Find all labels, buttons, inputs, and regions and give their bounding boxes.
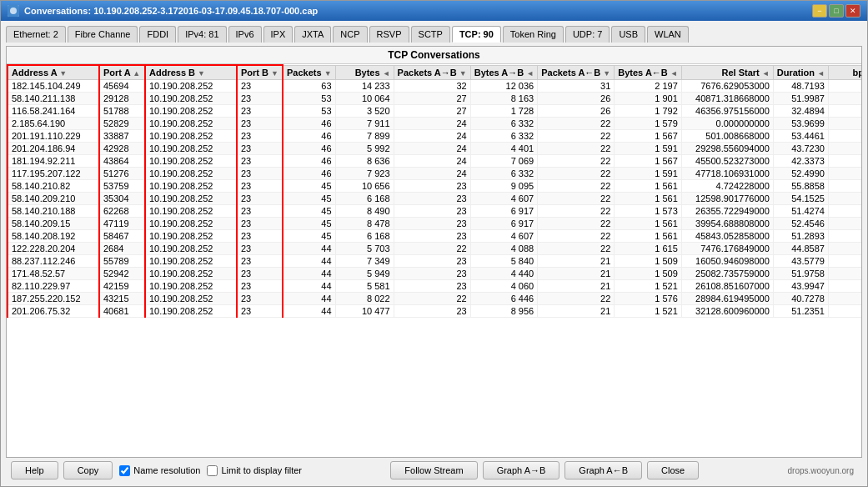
table-row[interactable]: 88.237.112.2465578910.190.208.25223447 3…: [8, 255, 861, 268]
table-cell: 23: [237, 230, 283, 243]
table-cell: [828, 105, 861, 118]
table-cell: [828, 168, 861, 180]
table-row[interactable]: 58.140.210.1886226810.190.208.25223458 4…: [8, 205, 861, 218]
table-cell: 201.191.110.229: [8, 130, 99, 143]
tab-rsvp[interactable]: RSVP: [369, 26, 409, 43]
table-cell: 2.185.64.190: [8, 118, 99, 130]
table-row[interactable]: 201.191.110.2293388710.190.208.25223467 …: [8, 130, 861, 143]
table-row[interactable]: 122.228.20.204268410.190.208.25223445 70…: [8, 243, 861, 255]
col-header-address-b[interactable]: Address B ▼: [145, 65, 237, 80]
table-row[interactable]: 201.206.75.324068110.190.208.252234410 4…: [8, 305, 861, 318]
table-row[interactable]: 2.185.64.1905282910.190.208.25223467 911…: [8, 118, 861, 130]
table-row[interactable]: 58.140.211.1382912810.190.208.252235310 …: [8, 93, 861, 105]
tab-ipx[interactable]: IPX: [263, 26, 294, 43]
table-cell: [828, 143, 861, 155]
table-wrapper[interactable]: Address A ▼ Port A ▲ Address B ▼ Port B …: [7, 64, 861, 457]
col-header-bytes[interactable]: Bytes ◄: [335, 65, 394, 80]
tab-jxta[interactable]: JXTA: [294, 26, 331, 43]
window-title: Conversations: 10.190.208.252-3.172016-0…: [24, 6, 318, 16]
table-cell: 23: [394, 255, 470, 268]
tab-udp__7[interactable]: UDP: 7: [565, 26, 610, 43]
table-cell: 16050.946098000: [681, 255, 773, 268]
table-cell: 1 728: [470, 105, 537, 118]
col-header-rel-start[interactable]: Rel Start ◄: [681, 65, 773, 80]
follow-stream-button[interactable]: Follow Stream: [390, 461, 477, 479]
table-cell: 22: [538, 205, 615, 218]
table-cell: 1 615: [615, 243, 681, 255]
table-cell: [828, 80, 861, 93]
table-cell: 44: [283, 305, 335, 318]
table-cell: [828, 130, 861, 143]
table-cell: 10.190.208.252: [145, 93, 237, 105]
table-cell: 1 567: [615, 155, 681, 168]
table-row[interactable]: 187.255.220.1524321510.190.208.25223448 …: [8, 293, 861, 305]
table-cell: 23: [237, 280, 283, 293]
copy-button[interactable]: Copy: [63, 461, 113, 479]
table-cell: 6 446: [470, 293, 537, 305]
table-row[interactable]: 181.194.92.2114386410.190.208.25223468 6…: [8, 155, 861, 168]
close-button[interactable]: Close: [647, 461, 699, 479]
tab-ncp[interactable]: NCP: [333, 26, 367, 43]
table-cell: 6 917: [470, 205, 537, 218]
tab-ipv6[interactable]: IPv6: [228, 26, 262, 43]
tab-ipv4__81[interactable]: IPv4: 81: [178, 26, 226, 43]
graph-ab-button[interactable]: Graph A→B: [483, 461, 560, 479]
col-header-packets-ab[interactable]: Packets A→B ▼: [394, 65, 470, 80]
table-body: 182.145.104.2494569410.190.208.252236314…: [8, 80, 861, 318]
tab-token_ring[interactable]: Token Ring: [503, 26, 564, 43]
table-cell: 32128.600960000: [681, 305, 773, 318]
table-row[interactable]: 82.110.229.974215910.190.208.25223445 58…: [8, 280, 861, 293]
col-header-bps[interactable]: bps ◄: [828, 65, 861, 80]
table-cell: 88.237.112.246: [8, 255, 99, 268]
col-header-port-a[interactable]: Port A ▲: [99, 65, 145, 80]
col-header-address-a[interactable]: Address A ▼: [8, 65, 99, 80]
table-row[interactable]: 58.140.210.825375910.190.208.252234510 6…: [8, 180, 861, 193]
col-header-duration[interactable]: Duration ◄: [773, 65, 828, 80]
table-cell: 26: [538, 105, 615, 118]
table-cell: 47119: [99, 218, 145, 230]
tab-ethernet__2[interactable]: Ethernet: 2: [6, 26, 66, 43]
table-cell: 53: [283, 93, 335, 105]
table-cell: 22: [538, 118, 615, 130]
maximize-button[interactable]: □: [829, 4, 844, 18]
table-cell: 9 095: [470, 180, 537, 193]
table-row[interactable]: 201.204.186.944292810.190.208.25223465 9…: [8, 143, 861, 155]
protocol-tabs: Ethernet: 2Fibre ChanneFDDIIPv4: 81IPv6I…: [6, 26, 862, 43]
name-resolution-label[interactable]: Name resolution: [119, 465, 200, 476]
table-row[interactable]: 182.145.104.2494569410.190.208.252236314…: [8, 80, 861, 93]
name-resolution-checkbox[interactable]: [119, 465, 130, 476]
table-cell: [828, 243, 861, 255]
table-cell: [828, 180, 861, 193]
table-row[interactable]: 171.48.52.575294210.190.208.25223445 949…: [8, 268, 861, 280]
table-row[interactable]: 116.58.241.1645178810.190.208.25223533 5…: [8, 105, 861, 118]
table-cell: 43215: [99, 293, 145, 305]
table-row[interactable]: 58.140.209.154711910.190.208.25223458 47…: [8, 218, 861, 230]
table-cell: 42928: [99, 143, 145, 155]
tab-wlan[interactable]: WLAN: [647, 26, 689, 43]
table-cell: 53.9699: [773, 118, 828, 130]
tab-tcp__90[interactable]: TCP: 90: [452, 26, 501, 43]
col-header-packets[interactable]: Packets ▼: [283, 65, 335, 80]
table-cell: 55789: [99, 255, 145, 268]
col-header-packets-ba[interactable]: Packets A←B ▼: [538, 65, 615, 80]
limit-filter-label[interactable]: Limit to display filter: [207, 465, 302, 476]
tab-usb[interactable]: USB: [611, 26, 645, 43]
close-window-button[interactable]: ✕: [845, 4, 860, 18]
tab-sctp[interactable]: SCTP: [411, 26, 450, 43]
help-button[interactable]: Help: [11, 461, 58, 479]
tab-fibre_channe[interactable]: Fibre Channe: [68, 26, 138, 43]
col-header-bytes-ba[interactable]: Bytes A←B ◄: [615, 65, 681, 80]
table-row[interactable]: 117.195.207.1225127610.190.208.25223467 …: [8, 168, 861, 180]
limit-filter-checkbox[interactable]: [207, 465, 218, 476]
left-buttons: Help Copy: [11, 461, 113, 479]
table-cell: 7 923: [335, 168, 394, 180]
table-cell: 3 520: [335, 105, 394, 118]
table-row[interactable]: 58.140.209.2103530410.190.208.25223456 1…: [8, 193, 861, 205]
graph-ba-button[interactable]: Graph A←B: [564, 461, 642, 479]
minimize-button[interactable]: −: [812, 4, 827, 18]
col-header-bytes-ab[interactable]: Bytes A→B ◄: [470, 65, 537, 80]
table-row[interactable]: 58.140.208.1925846710.190.208.25223456 1…: [8, 230, 861, 243]
tab-fddi[interactable]: FDDI: [139, 26, 176, 43]
table-cell: 42.3373: [773, 155, 828, 168]
col-header-port-b[interactable]: Port B ▼: [237, 65, 283, 80]
